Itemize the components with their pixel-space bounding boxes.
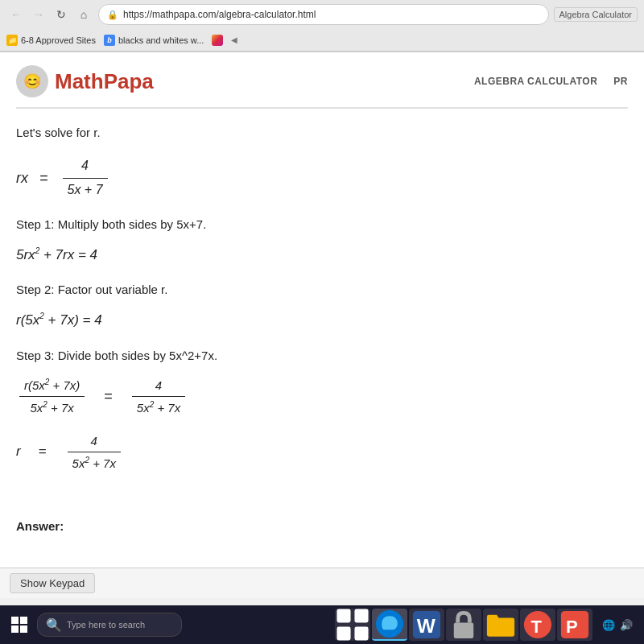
svg-text:W: W — [417, 615, 436, 637]
bookmark-browser-label: blacks and whites w... — [118, 35, 204, 45]
taskbar-search-icon: 🔍 — [46, 617, 62, 633]
nav-bar: ← → ↻ ⌂ 🔒 https://mathpapa.com/algebra-c… — [0, 0, 644, 29]
taskbar-apps: W T P — [335, 609, 592, 641]
extension-area: Algebra Calculator — [554, 7, 638, 22]
app5-icon: T — [520, 607, 555, 642]
orig-fraction: 4 5x + 7 — [63, 155, 108, 202]
app5-button[interactable]: T — [520, 609, 555, 641]
step2-eq: r(5x2 + 7x) = 4 — [16, 312, 102, 328]
original-equation: rx = 4 5x + 7 — [16, 155, 628, 202]
bookmark-folder-label: 6-8 Approved Sites — [21, 35, 96, 45]
app6-icon: P — [557, 607, 592, 642]
url-text: https://mathpapa.com/algebra-calculator.… — [123, 9, 316, 20]
volume-icon: 🔊 — [620, 619, 633, 631]
orig-equals: = — [39, 165, 48, 191]
nav-buttons: ← → ↻ ⌂ — [6, 5, 93, 24]
edge-icon — [372, 606, 407, 642]
step3-left-den: 5x2 + 7x — [26, 397, 79, 419]
step3-right-den: 5x2 + 7x — [132, 397, 185, 419]
taskview-button[interactable] — [335, 609, 370, 641]
folder-button[interactable] — [483, 609, 518, 641]
address-bar[interactable]: 🔒 https://mathpapa.com/algebra-calculato… — [98, 4, 549, 25]
step3-right-fraction: 4 5x2 + 7x — [132, 374, 185, 419]
show-keypad-button[interactable]: Show Keypad — [10, 573, 95, 593]
security-icon — [446, 607, 481, 642]
svg-rect-0 — [336, 609, 350, 622]
forward-button[interactable]: → — [29, 5, 48, 24]
bookmarks-bar: 📁 6-8 Approved Sites b blacks and whites… — [0, 29, 644, 52]
final-r: r — [16, 440, 21, 464]
network-icon: 🌐 — [602, 619, 615, 631]
svg-rect-7 — [454, 623, 473, 639]
word-icon: W — [409, 607, 444, 642]
start-button[interactable] — [5, 610, 34, 639]
home-button[interactable]: ⌂ — [74, 5, 93, 24]
step3-left-fraction: r(5x2 + 7x) 5x2 + 7x — [19, 374, 85, 419]
step1-eq: 5rx2 + 7rx = 4 — [16, 247, 97, 262]
orig-eq-line: rx = 4 5x + 7 — [16, 155, 628, 202]
bookmark-browser[interactable]: b blacks and whites w... — [104, 35, 204, 46]
site-header: 😊 MathPapa ALGEBRA CALCULATOR PR — [16, 65, 628, 109]
step3-equation: r(5x2 + 7x) 5x2 + 7x = 4 5x2 + 7x — [16, 374, 628, 419]
app6-button[interactable]: P — [557, 609, 592, 641]
step1-label: Step 1: Multiply both sides by 5x+7. — [16, 213, 628, 235]
lock-icon: 🔒 — [107, 10, 118, 20]
final-equation: r = 4 5x2 + 7x — [16, 430, 628, 474]
edge-button[interactable] — [372, 609, 407, 641]
orig-numerator: 4 — [76, 155, 93, 178]
taskbar-search[interactable]: 🔍 Type here to search — [37, 613, 182, 637]
nav-pr[interactable]: PR — [613, 76, 628, 87]
step2-equation: r(5x2 + 7x) = 4 — [16, 308, 628, 333]
bookmark-instagram[interactable] — [212, 35, 223, 46]
browser-chrome: ← → ↻ ⌂ 🔒 https://mathpapa.com/algebra-c… — [0, 0, 644, 52]
refresh-button[interactable]: ↻ — [52, 5, 71, 24]
bookmark-folder[interactable]: 📁 6-8 Approved Sites — [6, 35, 96, 46]
nav-algebra-calc[interactable]: ALGEBRA CALCULATOR — [474, 76, 597, 87]
page-content: 😊 MathPapa ALGEBRA CALCULATOR PR Let's s… — [0, 52, 644, 568]
logo-text: MathPapa — [55, 69, 154, 94]
folder-icon: 📁 — [6, 35, 18, 46]
folder-icon — [483, 607, 518, 642]
back-button[interactable]: ← — [6, 5, 26, 24]
browser-icon: b — [104, 35, 115, 46]
math-content: Let's solve for r. rx = 4 5x + 7 Step 1:… — [16, 122, 628, 537]
step3-right-num: 4 — [151, 374, 167, 396]
logo-icon: 😊 — [16, 65, 48, 97]
final-den: 5x2 + 7x — [68, 452, 121, 474]
step1-equation: 5rx2 + 7rx = 4 — [16, 243, 628, 268]
step3-left-num: r(5x2 + 7x) — [19, 374, 85, 396]
logo-area: 😊 MathPapa — [16, 65, 154, 97]
collapse-arrow[interactable]: ◀ — [231, 35, 237, 44]
step2-label: Step 2: Factor out variable r. — [16, 279, 628, 300]
taskbar: 🔍 Type here to search W — [0, 605, 644, 644]
svg-rect-1 — [354, 609, 368, 622]
svg-text:P: P — [566, 617, 578, 637]
taskview-icon — [335, 607, 370, 642]
windows-logo — [11, 617, 27, 633]
word-button[interactable]: W — [409, 609, 444, 641]
taskbar-search-text: Type here to search — [67, 620, 145, 630]
orig-denominator: 5x + 7 — [63, 179, 108, 202]
taskbar-system-icons: 🌐 🔊 — [596, 619, 639, 631]
svg-rect-3 — [354, 626, 368, 640]
step3-division: r(5x2 + 7x) 5x2 + 7x = 4 5x2 + 7x — [16, 374, 628, 419]
svg-rect-2 — [336, 626, 350, 640]
security-button[interactable] — [446, 609, 481, 641]
final-num: 4 — [86, 430, 102, 452]
instagram-icon — [212, 35, 223, 46]
svg-text:T: T — [530, 617, 542, 637]
final-division: r = 4 5x2 + 7x — [16, 430, 628, 474]
show-keypad-bar: Show Keypad — [0, 568, 644, 598]
step3-equals: = — [104, 383, 113, 409]
answer-label: Answer: — [16, 515, 628, 537]
step3-label: Step 3: Divide both sides by 5x^2+7x. — [16, 345, 628, 366]
nav-links: ALGEBRA CALCULATOR PR — [474, 76, 628, 87]
final-equals: = — [39, 440, 47, 464]
intro-text: Let's solve for r. — [16, 122, 628, 143]
final-fraction: 4 5x2 + 7x — [68, 430, 121, 474]
orig-left: rx — [16, 165, 28, 191]
